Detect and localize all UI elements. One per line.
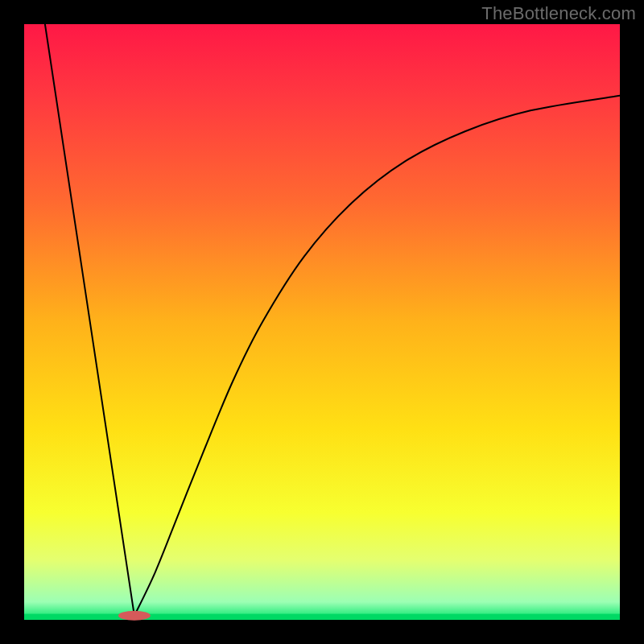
chart-canvas — [0, 0, 644, 644]
chart-frame: TheBottleneck.com — [0, 0, 644, 644]
watermark-label: TheBottleneck.com — [481, 3, 636, 24]
bottom-green-band — [24, 614, 620, 620]
plot-background — [24, 24, 620, 620]
minimum-marker — [118, 611, 151, 621]
